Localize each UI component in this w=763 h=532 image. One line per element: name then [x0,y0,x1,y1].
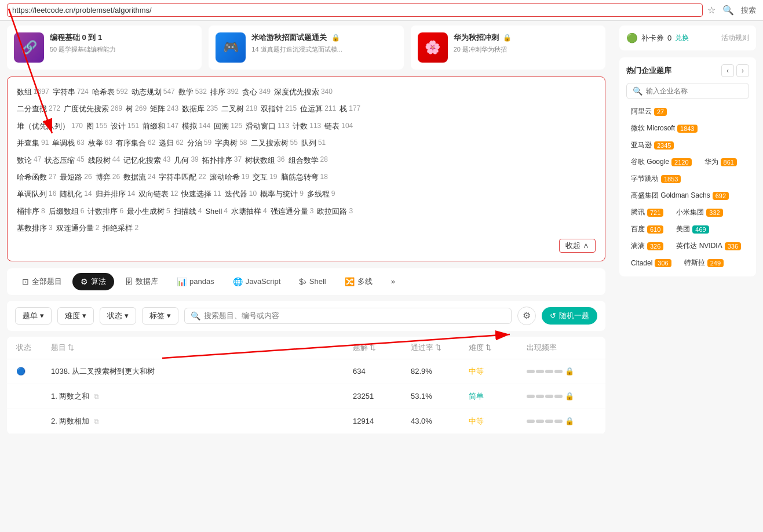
tag-item[interactable]: 二叉树218 [221,102,257,115]
tag-item[interactable]: 拓扑排序37 [202,154,242,167]
tag-item[interactable]: 设计151 [111,119,139,133]
tag-item[interactable]: 归并排序14 [96,187,135,201]
tag-item[interactable]: 矩阵243 [150,102,178,115]
tag-item[interactable]: 二叉搜索树55 [251,136,298,150]
tag-item[interactable]: 计数113 [293,119,321,133]
card-huawei[interactable]: 🌸 华为秋招冲刺 🔒 20 题冲刺华为秋招 [411,25,605,70]
status-dropdown[interactable]: 状态 ▾ [100,307,136,325]
tag-item[interactable]: 水塘抽样4 [231,205,267,218]
sort-icon[interactable]: ⇅ [370,343,376,352]
tag-item[interactable]: 广度优先搜索269 [64,102,122,115]
company-tag[interactable]: 英伟达 NVIDIA336 [671,239,746,253]
tag-item[interactable]: 并查集91 [17,136,49,150]
tag-item[interactable]: 快速选择11 [181,187,221,201]
tag-item[interactable]: 后缀数组6 [49,205,85,218]
tag-item[interactable]: 深度优先搜索340 [274,85,333,99]
tag-item[interactable]: 哈希表592 [92,85,128,99]
tag-item[interactable]: 字符串724 [53,85,89,99]
tab-all[interactable]: ⊡ 全部题目 [14,273,70,290]
tag-item[interactable]: 数据库235 [182,102,218,115]
tag-item[interactable]: 堆（优先队列）170 [17,119,83,133]
tab-database[interactable]: 🗄 数据库 [116,273,166,290]
tag-item[interactable]: 滚动哈希19 [210,170,249,184]
tag-item[interactable]: 动态规划547 [132,85,175,99]
tag-item[interactable]: 概率与统计9 [260,187,304,201]
tag-item[interactable]: 滑动窗口113 [246,119,289,133]
tag-item[interactable]: 强连通分量3 [271,205,314,218]
tag-item[interactable]: 树269 [126,102,147,115]
tab-javascript[interactable]: 🌐 JavaScript [225,274,289,290]
tag-dropdown[interactable]: 标签 ▾ [142,307,178,325]
company-tag[interactable]: 美团469 [671,223,713,236]
company-tag[interactable]: 谷歌 Google2120 [626,155,696,169]
company-tag[interactable]: 百度610 [626,223,668,236]
company-tag[interactable]: 微软 Microsoft1843 [626,122,702,135]
tag-item[interactable]: Shell4 [205,205,228,218]
tag-item[interactable]: 枚举63 [88,136,112,150]
url-input[interactable] [7,3,703,17]
company-tag[interactable]: Citadel306 [626,256,676,269]
title-cell[interactable]: 1038. 从二叉搜索树到更大和树 [51,366,353,377]
tag-item[interactable]: 基数排序3 [17,221,53,235]
tag-item[interactable]: 回溯125 [214,119,242,133]
tag-item[interactable]: 欧拉回路3 [317,205,353,218]
company-tag[interactable]: 滴滴326 [626,239,668,253]
company-tag[interactable]: 特斯拉249 [680,256,728,269]
tag-item[interactable]: 数组1697 [17,85,49,99]
list-dropdown[interactable]: 题单 ▾ [15,307,52,325]
tag-item[interactable]: 字典树58 [215,136,247,150]
tag-item[interactable]: 单调栈63 [52,136,84,150]
sort-icon[interactable]: ⇅ [68,343,74,352]
tag-item[interactable]: 记忆化搜索43 [123,154,170,167]
tag-item[interactable]: 数据流24 [123,170,155,184]
tag-item[interactable]: 树状数组36 [245,154,284,167]
tag-item[interactable]: 双向链表12 [138,187,178,201]
tab-pandas[interactable]: 📊 pandas [169,274,222,290]
tag-item[interactable]: 扫描线4 [174,205,202,218]
tag-item[interactable]: 贪心349 [242,85,271,99]
tag-item[interactable]: 随机化14 [60,187,92,201]
tag-item[interactable]: 几何39 [174,154,198,167]
tag-item[interactable]: 分治59 [187,136,211,150]
tag-item[interactable]: 状态压缩45 [45,154,84,167]
problem-search-input[interactable] [204,311,505,320]
settings-button[interactable]: ⚙ [517,307,536,325]
tag-item[interactable]: 博弈26 [96,170,120,184]
rules-link[interactable]: 活动规则 [721,33,749,43]
tag-item[interactable]: 有序集合62 [116,136,155,150]
tag-item[interactable]: 数学532 [178,85,207,99]
tag-item[interactable]: 字符串匹配22 [159,170,206,184]
tag-item[interactable]: 组合数学28 [289,154,328,167]
sort-icon[interactable]: ⇅ [485,343,492,352]
company-tag[interactable]: 高盛集团 Goldman Sachs692 [626,189,733,202]
company-tag[interactable]: 小米集团332 [671,206,727,219]
tag-item[interactable]: 迭代器10 [225,187,257,201]
difficulty-dropdown[interactable]: 难度 ▾ [57,307,94,325]
tag-item[interactable]: 最小生成树5 [127,205,170,218]
tag-item[interactable]: 计数排序6 [87,205,123,218]
company-tag[interactable]: 华为861 [700,155,742,169]
tag-item[interactable]: 前缀和147 [143,119,178,133]
tag-item[interactable]: 脑筋急转弯18 [281,170,328,184]
tag-item[interactable]: 最短路26 [60,170,92,184]
tag-item[interactable]: 模拟144 [182,119,210,133]
tag-item[interactable]: 多线程9 [307,187,335,201]
tab-algorithm[interactable]: ⚙ 算法 [72,273,114,290]
random-problem-button[interactable]: ↺ 随机一题 [542,307,597,325]
company-tag[interactable]: 字节跳动1853 [626,172,685,185]
tag-item[interactable]: 拒绝采样2 [103,221,138,235]
prev-button[interactable]: ‹ [721,64,734,77]
tag-item[interactable]: 交互19 [253,170,277,184]
tag-item[interactable]: 图155 [86,119,107,133]
title-cell[interactable]: 2. 两数相加 ⧉ [51,416,353,427]
tag-item[interactable]: 桶排序8 [17,205,45,218]
tag-item[interactable]: 双连通分量2 [56,221,100,235]
tag-item[interactable]: 递归62 [159,136,183,150]
tag-item[interactable]: 链表104 [324,119,353,133]
company-tag[interactable]: 亚马逊2345 [626,139,678,152]
tag-item[interactable]: 单调队列16 [17,187,56,201]
supplement-action[interactable]: 兑换 [675,33,689,43]
sort-icon[interactable]: ⇅ [435,343,441,352]
company-search-input[interactable] [646,87,743,95]
card-programming-basics[interactable]: 🔗 编程基础 0 到 1 50 题学握基础编程能力 [7,25,202,70]
